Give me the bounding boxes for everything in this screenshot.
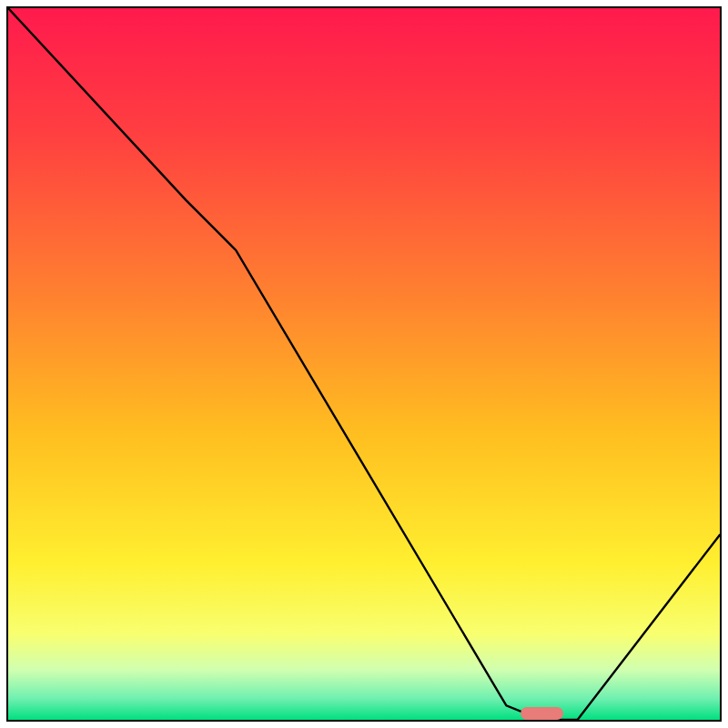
chart-frame (6, 6, 722, 722)
bottleneck-curve (8, 8, 720, 720)
sweet-spot-marker (521, 707, 563, 720)
